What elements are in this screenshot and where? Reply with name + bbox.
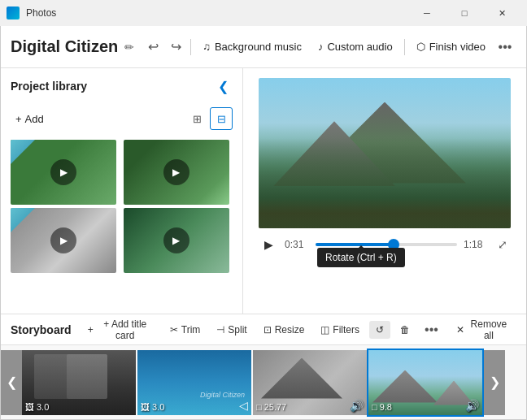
export-icon: ⬡ — [416, 41, 425, 53]
add-title-card-label: + Add title card — [97, 318, 154, 341]
plus-icon-sb: + — [88, 324, 94, 336]
media-item[interactable]: ▶ — [11, 140, 116, 205]
resize-icon: ⊡ — [264, 324, 272, 336]
play-button[interactable]: ▶ — [259, 235, 278, 254]
remove-all-label: Remove all — [468, 318, 510, 341]
background-music-button[interactable]: ♫ Background music — [194, 37, 310, 57]
trim-button[interactable]: ✂ Trim — [163, 321, 207, 339]
clip-item-3[interactable]: □ 25.77 🔊 — [253, 350, 367, 415]
sidebar-header: Project library ❮ — [1, 68, 242, 104]
clip-type-icon-3: □ — [256, 402, 262, 412]
storyboard-title: Storyboard — [11, 323, 72, 336]
clips-nav-left[interactable]: ❮ — [1, 350, 22, 415]
clip-type-icon-4: □ — [372, 402, 377, 412]
total-time: 1:18 — [464, 239, 488, 250]
app-icon — [7, 6, 20, 19]
play-overlay: ▶ — [163, 227, 189, 253]
more-options-button[interactable]: ••• — [494, 36, 516, 58]
video-preview — [259, 78, 511, 228]
add-label: Add — [25, 113, 44, 125]
split-button[interactable]: ⊣ Split — [210, 321, 253, 339]
title-bar-controls: ─ □ ✕ — [408, 0, 520, 26]
minimize-button[interactable]: ─ — [408, 0, 446, 26]
remove-all-x-icon: ✕ — [456, 324, 464, 336]
audio-icon: ♪ — [318, 41, 324, 53]
clip-title-text: Digital Citizen — [200, 391, 245, 399]
finish-video-button[interactable]: ⬡ Finish video — [408, 37, 494, 57]
app-body: Digital Citizen ✏ ↩ ↪ ♫ Background music… — [0, 26, 527, 420]
plus-icon: + — [15, 113, 22, 125]
undo-button[interactable]: ↩ — [142, 36, 164, 58]
redo-button[interactable]: ↪ — [164, 36, 187, 58]
media-grid: ▶ ▶ ▶ ▶ — [1, 136, 242, 276]
add-title-card-button[interactable]: + + Add title card — [81, 315, 160, 344]
close-button[interactable]: ✕ — [483, 0, 520, 26]
clip-item-2[interactable]: Digital Citizen 🖼 3.0 ◁ — [137, 350, 251, 415]
storyboard-toolbar: Storyboard + + Add title card ✂ Trim ⊣ S… — [1, 314, 526, 345]
trim-label: Trim — [181, 324, 201, 336]
app-title: Digital Citizen — [11, 37, 118, 56]
media-item[interactable]: ▶ — [124, 208, 229, 273]
preview-area: ▶ 0:31 1:18 ⤢ — [243, 68, 526, 314]
clip-duration-4: □ 9.8 — [372, 402, 392, 412]
toolbar-separator-2 — [404, 39, 405, 55]
workspace: Project library ❮ + Add ⊞ ⊟ ▶ ▶ — [1, 68, 526, 314]
filters-button[interactable]: ◫ Filters — [314, 321, 366, 339]
split-label: Split — [228, 324, 246, 336]
sidebar-collapse-button[interactable]: ❮ — [213, 76, 233, 96]
delete-icon: 🗑 — [400, 324, 410, 336]
remove-all-button[interactable]: ✕ Remove all — [450, 315, 516, 344]
split-icon: ⊣ — [216, 324, 224, 336]
progress-fill — [316, 243, 394, 246]
toolbar-separator — [190, 39, 191, 55]
filters-label: Filters — [333, 324, 359, 336]
storyboard-clips: ❮ 🖼 3.0 Digital Citizen 🖼 3. — [1, 345, 526, 419]
sidebar-toolbar: + Add ⊞ ⊟ — [1, 104, 242, 136]
custom-audio-button[interactable]: ♪ Custom audio — [310, 37, 401, 57]
clip-item-4[interactable]: □ 9.8 🔊 — [368, 350, 482, 415]
clip-more-button[interactable]: ••• — [420, 321, 443, 339]
trim-icon: ✂ — [170, 324, 178, 336]
play-overlay: ▶ — [50, 159, 76, 185]
rotate-button[interactable]: ↺ — [369, 321, 390, 339]
finish-video-label: Finish video — [429, 41, 486, 53]
grid-view-button[interactable]: ⊞ — [185, 107, 208, 130]
resize-button[interactable]: ⊡ Resize — [257, 321, 311, 339]
tooltip-text: Rotate (Ctrl + R) — [325, 252, 397, 263]
custom-audio-label: Custom audio — [327, 41, 392, 53]
top-toolbar: Digital Citizen ✏ ↩ ↪ ♫ Background music… — [1, 26, 526, 68]
clip-audio-icon-3: 🔊 — [350, 399, 364, 412]
current-time: 0:31 — [285, 239, 309, 250]
clip-duration-2: 🖼 3.0 — [141, 402, 164, 412]
title-bar: Photos ─ □ ✕ — [0, 0, 527, 26]
background-music-label: Background music — [215, 41, 302, 53]
clip-item-1[interactable]: 🖼 3.0 — [22, 350, 136, 415]
storyboard: Storyboard + + Add title card ✂ Trim ⊣ S… — [1, 314, 526, 419]
clip-type-icon-1: 🖼 — [25, 402, 34, 412]
fullscreen-button[interactable]: ⤢ — [494, 236, 511, 253]
clip-audio-icon-4: 🔊 — [465, 399, 479, 412]
clip-duration-3: □ 25.77 — [256, 402, 286, 412]
resize-label: Resize — [275, 324, 305, 336]
clip-duration-1: 🖼 3.0 — [25, 402, 49, 412]
delete-clip-button[interactable]: 🗑 — [394, 321, 416, 339]
play-overlay: ▶ — [50, 227, 76, 253]
edit-icon[interactable]: ✏ — [124, 41, 134, 54]
sidebar: Project library ❮ + Add ⊞ ⊟ ▶ ▶ — [1, 68, 243, 314]
clip-type-icon-2: 🖼 — [141, 402, 150, 412]
mountain-shape — [303, 102, 466, 184]
title-bar-title: Photos — [26, 7, 408, 19]
project-library-title: Project library — [11, 80, 87, 93]
media-item[interactable]: ▶ — [11, 208, 116, 273]
rotate-icon: ↺ — [376, 324, 384, 336]
play-overlay: ▶ — [163, 159, 189, 185]
music-note-icon: ♫ — [203, 41, 211, 53]
progress-track[interactable] — [316, 243, 457, 246]
list-view-button[interactable]: ⊟ — [210, 107, 233, 130]
rotate-tooltip: Rotate (Ctrl + R) — [317, 248, 405, 267]
media-item[interactable]: ▶ — [124, 140, 229, 205]
maximize-button[interactable]: □ — [446, 0, 483, 26]
clips-nav-right[interactable]: ❯ — [484, 350, 505, 415]
add-media-button[interactable]: + Add — [11, 110, 49, 128]
filters-icon: ◫ — [320, 324, 329, 336]
